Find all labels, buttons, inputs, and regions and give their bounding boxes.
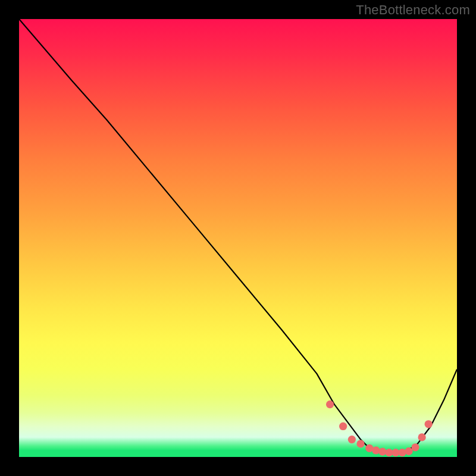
data-point	[356, 440, 364, 447]
data-point	[372, 446, 380, 454]
data-point	[398, 449, 406, 456]
data-point	[418, 433, 425, 441]
data-point	[411, 443, 419, 451]
data-point	[348, 436, 356, 443]
watermark-text: TheBottleneck.com	[356, 2, 470, 18]
data-point	[425, 420, 433, 428]
chart-overlay	[19, 19, 457, 457]
highlighted-points	[326, 400, 433, 456]
bottleneck-curve	[19, 19, 457, 453]
data-point	[326, 400, 334, 408]
chart-frame: TheBottleneck.com	[0, 0, 476, 476]
data-point	[339, 422, 347, 430]
data-point	[405, 447, 412, 455]
